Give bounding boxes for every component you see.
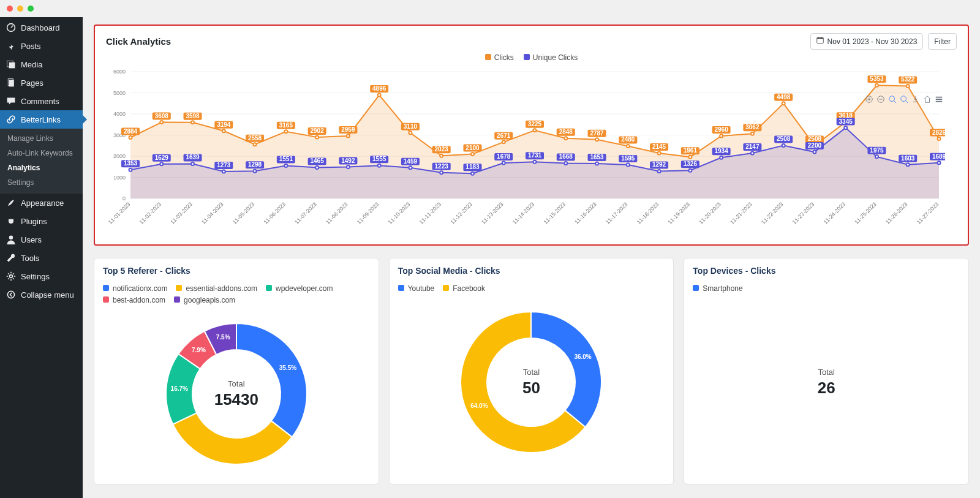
search-icon[interactable]	[888, 95, 897, 106]
svg-point-115	[254, 170, 257, 173]
svg-point-129	[688, 169, 692, 172]
svg-point-34	[254, 143, 257, 146]
svg-text:11-07-2023: 11-07-2023	[293, 201, 318, 225]
search-icon[interactable]	[900, 95, 908, 106]
legend-item[interactable]: Facebook	[443, 283, 485, 295]
svg-text:3194: 3194	[217, 121, 231, 128]
sidebar-item-betterlinks[interactable]: BetterLinks	[0, 110, 83, 129]
svg-point-123	[502, 162, 505, 165]
svg-point-54	[875, 84, 878, 87]
legend-item[interactable]: Youtube	[398, 283, 435, 295]
plus-icon[interactable]	[865, 95, 873, 106]
svg-text:11-26-2023: 11-26-2023	[884, 201, 909, 225]
home-icon[interactable]	[923, 95, 932, 106]
svg-text:11-15-2023: 11-15-2023	[543, 201, 567, 225]
svg-text:5000: 5000	[113, 90, 126, 96]
date-range-button[interactable]: Nov 01 2023 - Nov 30 2023	[810, 33, 924, 50]
svg-text:1551: 1551	[279, 156, 293, 162]
submenu-item-auto-link-keywords[interactable]: Auto-Link Keywords	[0, 146, 83, 160]
legend-item[interactable]: wpdeveloper.com	[266, 283, 333, 295]
sidebar-item-appearance[interactable]: Appearance	[0, 194, 83, 212]
svg-text:1653: 1653	[590, 154, 604, 160]
svg-text:2508: 2508	[808, 135, 822, 142]
svg-text:64.0%: 64.0%	[471, 402, 488, 409]
dashboard-icon	[6, 23, 16, 32]
sidebar-item-media[interactable]: Media	[0, 55, 83, 74]
legend-item[interactable]: best-addon.com	[103, 295, 165, 306]
svg-text:11-13-2023: 11-13-2023	[480, 201, 505, 225]
sidebar-item-dashboard[interactable]: Dashboard	[0, 17, 83, 37]
svg-text:1639: 1639	[186, 154, 200, 160]
svg-text:2480: 2480	[621, 136, 635, 143]
sidebar-item-comments[interactable]: Comments	[0, 92, 83, 110]
svg-text:11-08-2023: 11-08-2023	[325, 201, 349, 225]
download-icon[interactable]	[911, 95, 920, 106]
sidebar-item-collapse-menu[interactable]: Collapse menu	[0, 285, 83, 304]
legend-item[interactable]: Clicks	[485, 53, 514, 62]
sidebar-item-label: Collapse menu	[21, 290, 74, 300]
calendar-icon	[816, 37, 824, 46]
submenu-item-settings[interactable]: Settings	[0, 175, 83, 190]
svg-text:11-16-2023: 11-16-2023	[573, 201, 598, 225]
svg-point-32	[191, 121, 194, 124]
svg-point-136	[907, 163, 910, 166]
svg-point-51	[782, 102, 785, 105]
svg-text:2558: 2558	[248, 135, 262, 141]
sidebar-item-settings[interactable]: Settings	[0, 267, 83, 285]
svg-text:1298: 1298	[248, 161, 262, 168]
svg-point-43	[533, 129, 537, 132]
svg-text:6000: 6000	[113, 69, 126, 75]
svg-text:3345: 3345	[839, 118, 853, 125]
svg-point-33	[222, 129, 225, 132]
svg-point-38	[378, 94, 381, 97]
svg-text:1292: 1292	[652, 161, 666, 168]
minus-icon[interactable]	[876, 95, 885, 106]
sidebar-item-users[interactable]: Users	[0, 230, 83, 249]
svg-text:2508: 2508	[777, 135, 791, 142]
submenu-item-manage-links[interactable]: Manage Links	[0, 131, 83, 146]
svg-point-116	[284, 164, 287, 167]
sidebar-item-tools[interactable]: Tools	[0, 249, 83, 267]
svg-text:3608: 3608	[155, 113, 169, 119]
legend-item[interactable]: Unique Clicks	[524, 53, 578, 62]
submenu-item-analytics[interactable]: Analytics	[0, 160, 83, 175]
sidebar-item-label: Comments	[21, 97, 59, 106]
legend-item[interactable]: notificationx.com	[103, 283, 167, 295]
svg-text:5353: 5353	[870, 75, 884, 82]
svg-point-133	[813, 151, 816, 154]
svg-text:2848: 2848	[559, 129, 573, 135]
svg-text:1183: 1183	[466, 164, 480, 170]
svg-point-135	[875, 155, 878, 158]
svg-text:11-03-2023: 11-03-2023	[169, 201, 194, 225]
filter-button[interactable]: Filter	[928, 33, 957, 50]
svg-text:7.5%: 7.5%	[216, 334, 230, 341]
svg-text:3598: 3598	[186, 113, 200, 119]
sidebar-item-plugins[interactable]: Plugins	[0, 212, 83, 230]
sidebar-item-label: Tools	[21, 254, 39, 263]
svg-text:2902: 2902	[310, 127, 324, 134]
svg-text:1975: 1975	[870, 147, 884, 154]
svg-text:11-19-2023: 11-19-2023	[667, 201, 692, 225]
svg-point-36	[315, 135, 318, 138]
svg-text:3225: 3225	[528, 121, 542, 127]
sidebar-item-label: Posts	[21, 42, 41, 51]
svg-point-56	[938, 137, 941, 140]
panel-title: Top Devices - Clicks	[693, 266, 960, 276]
svg-text:2200: 2200	[808, 142, 822, 149]
pages-icon	[6, 78, 16, 88]
svg-point-113	[191, 162, 194, 165]
svg-text:11-05-2023: 11-05-2023	[232, 201, 256, 225]
menu-icon[interactable]	[935, 95, 943, 106]
svg-text:1961: 1961	[684, 147, 698, 154]
svg-text:5322: 5322	[901, 76, 915, 83]
legend-item[interactable]: Smartphone	[693, 283, 742, 295]
svg-text:11-20-2023: 11-20-2023	[698, 201, 722, 225]
sidebar-item-posts[interactable]: Posts	[0, 37, 83, 55]
top-devices-panel: Top Devices - Clicks Smartphone Total26	[684, 258, 969, 485]
legend-item[interactable]: googleapis.com	[174, 295, 235, 306]
svg-text:1465: 1465	[310, 157, 324, 164]
sidebar-item-pages[interactable]: Pages	[0, 74, 83, 92]
legend-item[interactable]: essential-addons.com	[176, 283, 257, 295]
svg-text:3062: 3062	[745, 124, 760, 130]
svg-text:7.9%: 7.9%	[192, 347, 206, 353]
